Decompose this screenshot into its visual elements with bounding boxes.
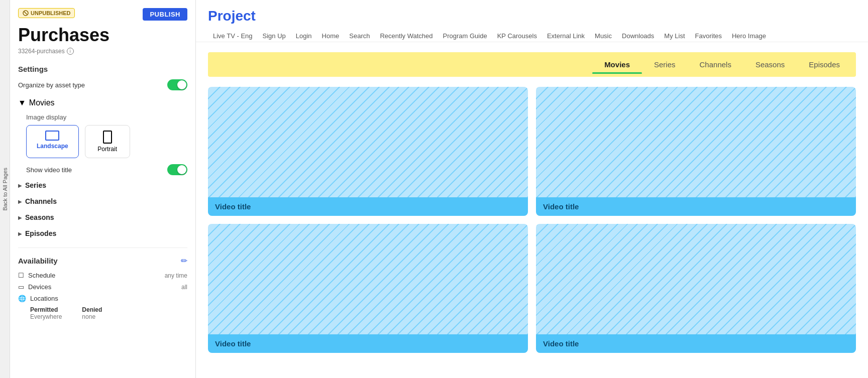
nav-link-program-guide[interactable]: Program Guide — [438, 30, 492, 42]
portrait-label: Portrait — [97, 146, 117, 153]
status-badge: UNPUBLISHED — [18, 8, 75, 18]
channels-arrow: ▶ — [18, 199, 22, 204]
edit-availability-icon[interactable]: ✏ — [181, 256, 187, 266]
seasons-section: ▶ Seasons — [18, 211, 187, 223]
page-title: Purchases — [18, 25, 187, 46]
availability-header: Availability ✏ — [18, 256, 187, 266]
denied-value: none — [82, 313, 102, 320]
episodes-arrow: ▶ — [18, 231, 22, 236]
nav-links: Live TV - EngSign UpLoginHomeSearchRecen… — [208, 30, 856, 42]
schedule-value: any time — [165, 272, 187, 279]
nav-link-recently-watched[interactable]: Recently Watched — [375, 30, 438, 42]
nav-link-downloads[interactable]: Downloads — [617, 30, 659, 42]
locations-label: Locations — [30, 295, 58, 302]
video-thumbnail-2 — [208, 224, 528, 334]
organize-toggle[interactable] — [167, 79, 187, 90]
schedule-row: ☐ Schedule any time — [18, 272, 187, 279]
movies-collapse-header[interactable]: ▼ Movies — [18, 96, 187, 109]
video-title-bar-3: Video title — [536, 334, 856, 353]
nav-link-sign-up[interactable]: Sign Up — [258, 30, 291, 42]
episodes-section: ▶ Episodes — [18, 227, 187, 239]
page-id: 33264-purchases i — [18, 48, 187, 55]
locations-icon: 🌐 — [18, 295, 26, 302]
project-title: Project — [208, 8, 856, 24]
seasons-label: Seasons — [25, 213, 54, 221]
devices-row: ▭ Devices all — [18, 283, 187, 291]
top-nav: Project Live TV - EngSign UpLoginHomeSea… — [196, 0, 868, 42]
video-thumbnail-1 — [536, 87, 856, 197]
landscape-icon — [45, 131, 59, 141]
nav-link-live-tv---eng[interactable]: Live TV - Eng — [208, 30, 258, 42]
availability-section: Availability ✏ ☐ Schedule any time ▭ Dev… — [18, 247, 187, 320]
content-area: MoviesSeriesChannelsSeasonsEpisodes Vide… — [196, 42, 868, 378]
tab-episodes[interactable]: Episodes — [797, 56, 852, 73]
video-thumbnail-0 — [208, 87, 528, 197]
landscape-option[interactable]: Landscape — [26, 125, 79, 158]
video-grid: Video title Video title Video title Vide… — [208, 87, 856, 353]
portrait-icon — [103, 131, 112, 144]
image-display-label: Image display — [26, 113, 187, 121]
info-icon: i — [67, 48, 74, 55]
nav-link-music[interactable]: Music — [590, 30, 617, 42]
devices-label: Devices — [28, 283, 51, 291]
video-card-1: Video title — [536, 87, 856, 216]
series-arrow: ▶ — [18, 183, 22, 188]
nav-link-search[interactable]: Search — [344, 30, 375, 42]
nav-link-kp-carousels[interactable]: KP Carousels — [492, 30, 542, 42]
video-title-bar-1: Video title — [536, 197, 856, 216]
locations-row: 🌐 Locations — [18, 295, 187, 302]
episodes-collapse-header[interactable]: ▶ Episodes — [18, 227, 187, 239]
video-thumbnail-3 — [536, 224, 856, 334]
nav-link-my-list[interactable]: My List — [659, 30, 690, 42]
tab-seasons[interactable]: Seasons — [743, 56, 797, 73]
video-title-bar-2: Video title — [208, 334, 528, 353]
unpublished-icon — [23, 10, 29, 16]
permitted-value: Everywhere — [30, 313, 62, 320]
permitted-label: Permitted — [30, 306, 62, 313]
organize-by-asset-type-row: Organize by asset type — [18, 79, 187, 90]
show-title-label: Show video title — [26, 166, 72, 174]
back-to-all-pages[interactable]: Back to All Pages — [0, 0, 10, 378]
channels-collapse-header[interactable]: ▶ Channels — [18, 195, 187, 207]
nav-link-home[interactable]: Home — [317, 30, 345, 42]
availability-title: Availability — [18, 257, 58, 265]
schedule-icon: ☐ — [18, 272, 24, 279]
seasons-arrow: ▶ — [18, 215, 22, 220]
permitted-col: Permitted Everywhere — [30, 306, 62, 320]
movies-arrow-down: ▼ — [18, 98, 26, 107]
tab-movies[interactable]: Movies — [592, 56, 642, 73]
landscape-label: Landscape — [37, 143, 68, 150]
series-collapse-header[interactable]: ▶ Series — [18, 179, 187, 191]
seasons-collapse-header[interactable]: ▶ Seasons — [18, 211, 187, 223]
settings-title: Settings — [18, 65, 187, 73]
movies-label: Movies — [29, 98, 55, 107]
nav-link-hero-image[interactable]: Hero Image — [727, 30, 771, 42]
tabs-row: MoviesSeriesChannelsSeasonsEpisodes — [208, 52, 856, 77]
nav-link-external-link[interactable]: External Link — [542, 30, 590, 42]
show-title-toggle[interactable] — [167, 164, 187, 175]
series-label: Series — [25, 181, 46, 189]
video-card-2: Video title — [208, 224, 528, 353]
portrait-option[interactable]: Portrait — [85, 125, 130, 158]
svg-line-1 — [24, 12, 27, 15]
organize-label: Organize by asset type — [18, 81, 85, 89]
main-content: Project Live TV - EngSign UpLoginHomeSea… — [196, 0, 868, 378]
series-section: ▶ Series — [18, 179, 187, 191]
tab-channels[interactable]: Channels — [688, 56, 743, 73]
sidebar: UNPUBLISHED PUBLISH Purchases 33264-purc… — [10, 0, 196, 378]
movies-section: ▼ Movies Image display Landscape Portrai… — [18, 96, 187, 175]
channels-section: ▶ Channels — [18, 195, 187, 207]
devices-value: all — [181, 284, 187, 291]
video-title-bar-0: Video title — [208, 197, 528, 216]
video-card-0: Video title — [208, 87, 528, 216]
tab-series[interactable]: Series — [642, 56, 688, 73]
image-display-options: Landscape Portrait — [26, 125, 187, 158]
video-card-3: Video title — [536, 224, 856, 353]
locations-detail: Permitted Everywhere Denied none — [30, 306, 187, 320]
nav-link-favorites[interactable]: Favorites — [690, 30, 727, 42]
nav-link-login[interactable]: Login — [291, 30, 317, 42]
show-video-title-row: Show video title — [26, 164, 187, 175]
publish-button[interactable]: PUBLISH — [143, 8, 187, 21]
schedule-label: Schedule — [28, 272, 55, 279]
denied-col: Denied none — [82, 306, 102, 320]
